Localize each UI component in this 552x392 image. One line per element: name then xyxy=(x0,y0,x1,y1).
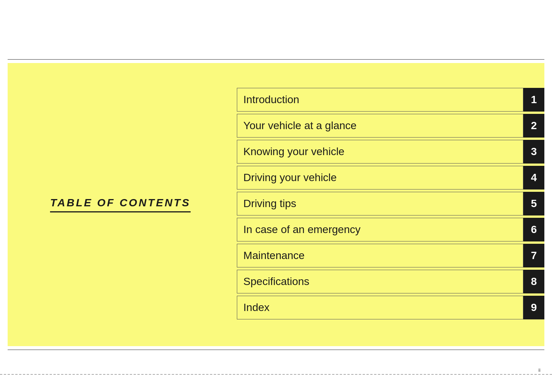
chapter-list: Introduction1Your vehicle at a glance2Kn… xyxy=(233,63,544,346)
chapter-number-7: 7 xyxy=(523,244,544,267)
chapter-row-3[interactable]: Knowing your vehicle3 xyxy=(237,140,544,164)
chapter-row-7[interactable]: Maintenance7 xyxy=(237,244,544,267)
chapter-row-4[interactable]: Driving your vehicle4 xyxy=(237,166,544,190)
chapter-label-2: Your vehicle at a glance xyxy=(237,114,523,138)
chapter-number-1: 1 xyxy=(523,88,544,112)
chapter-label-8: Specifications xyxy=(237,270,523,293)
chapter-label-4: Driving your vehicle xyxy=(237,166,523,190)
chapter-row-1[interactable]: Introduction1 xyxy=(237,88,544,112)
chapter-label-3: Knowing your vehicle xyxy=(237,140,523,164)
chapter-number-4: 4 xyxy=(523,166,544,190)
page-number: ii xyxy=(538,367,541,373)
chapter-number-6: 6 xyxy=(523,218,544,241)
chapter-number-3: 3 xyxy=(523,140,544,164)
chapter-label-1: Introduction xyxy=(237,88,523,112)
chapter-label-9: Index xyxy=(237,296,523,319)
chapter-number-9: 9 xyxy=(523,296,544,319)
toc-title-wrapper: TABLE OF CONTENTS xyxy=(50,197,191,212)
chapter-row-9[interactable]: Index9 xyxy=(237,296,544,319)
main-content-area: TABLE OF CONTENTS Introduction1Your vehi… xyxy=(8,63,544,346)
top-divider-line xyxy=(8,59,544,60)
chapter-number-2: 2 xyxy=(523,114,544,138)
chapter-label-6: In case of an emergency xyxy=(237,218,523,241)
chapter-number-8: 8 xyxy=(523,270,544,293)
chapter-row-2[interactable]: Your vehicle at a glance2 xyxy=(237,114,544,138)
page-container: TABLE OF CONTENTS Introduction1Your vehi… xyxy=(0,0,552,392)
chapter-row-8[interactable]: Specifications8 xyxy=(237,270,544,293)
bottom-divider-line xyxy=(8,350,544,350)
chapter-row-5[interactable]: Driving tips5 xyxy=(237,192,544,215)
toc-title: TABLE OF CONTENTS xyxy=(50,197,191,212)
dashed-divider-line xyxy=(0,374,552,375)
chapter-label-7: Maintenance xyxy=(237,244,523,267)
chapter-label-5: Driving tips xyxy=(237,192,523,215)
chapter-number-5: 5 xyxy=(523,192,544,215)
left-panel: TABLE OF CONTENTS xyxy=(8,63,233,346)
chapter-row-6[interactable]: In case of an emergency6 xyxy=(237,218,544,241)
